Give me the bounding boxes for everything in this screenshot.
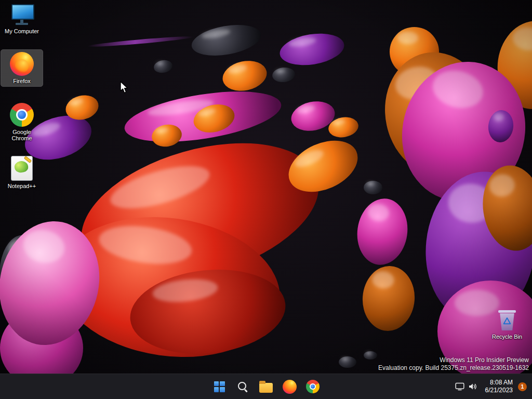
wallpaper-blob [361, 264, 417, 333]
wallpaper-blob [277, 30, 347, 70]
desktop-icon-firefox[interactable]: Firefox [1, 50, 43, 86]
wallpaper [0, 0, 532, 399]
chrome-icon-ring [16, 109, 28, 121]
file-explorer-button[interactable] [256, 376, 276, 397]
start-square [220, 387, 225, 392]
desktop-icon-my-computer[interactable]: My Computer [1, 2, 43, 36]
speaker-icon [468, 382, 477, 391]
wallpaper-blob [220, 57, 270, 95]
desktop-icon-label: Notepad++ [8, 183, 36, 189]
wallpaper-blob [364, 351, 377, 360]
windows-start-icon [214, 381, 225, 392]
chrome-icon [10, 103, 34, 127]
taskbar: 8:08 AM 6/21/2023 1 [0, 374, 532, 399]
wallpaper-blob [189, 20, 263, 61]
notepadpp-icon [11, 156, 33, 181]
wallpaper-blob [153, 59, 174, 74]
watermark-line1: Windows 11 Pro Insider Preview [378, 356, 529, 364]
wallpaper-blob [353, 195, 412, 268]
chrome-icon [306, 380, 320, 393]
tray-status-area[interactable] [451, 377, 481, 396]
desktop-icon-google-chrome[interactable]: Google Chrome [1, 101, 43, 143]
start-square [214, 381, 219, 387]
desktop-icon-label: Google Chrome [3, 129, 41, 141]
computer-screen [11, 4, 34, 20]
clock[interactable]: 8:08 AM 6/21/2023 [481, 379, 517, 394]
taskbar-firefox-button[interactable] [279, 376, 300, 397]
chrome-icon-center [18, 111, 26, 119]
desktop-icon-recycle-bin[interactable]: Recycle Bin [487, 308, 527, 340]
start-square [214, 387, 219, 392]
recycle-bin-icon [497, 308, 517, 331]
taskbar-center-group [209, 376, 323, 397]
chrome-icon-center [311, 384, 315, 389]
desktop-icon-label: My Computer [5, 28, 39, 34]
chrome-icon-ring [310, 383, 316, 390]
computer-base [16, 23, 28, 25]
recycle-bin-lid [498, 310, 516, 313]
desktop-icon-label: Firefox [13, 78, 31, 84]
start-square [220, 381, 225, 387]
search-button[interactable] [232, 376, 253, 397]
system-tray: 8:08 AM 6/21/2023 1 [451, 374, 530, 399]
wallpaper-blob [272, 66, 296, 83]
wallpaper-blob [339, 356, 356, 368]
clock-date: 6/21/2023 [485, 387, 513, 394]
desktop-icon-label: Recycle Bin [492, 334, 522, 340]
display-icon [455, 382, 464, 391]
watermark-line2: Evaluation copy. Build 25375.zn_release.… [378, 364, 529, 372]
windows-desktop: My Computer Firefox Google Chrome Notepa… [0, 0, 532, 399]
firefox-icon [283, 380, 297, 394]
taskbar-chrome-button[interactable] [302, 376, 323, 397]
start-button[interactable] [209, 376, 230, 397]
computer-icon [10, 4, 34, 26]
clock-time: 8:08 AM [485, 379, 513, 387]
recycle-arrows-icon [502, 316, 512, 326]
wallpaper-blob [87, 35, 194, 48]
wallpaper-blob [364, 181, 382, 194]
evaluation-watermark: Windows 11 Pro Insider Preview Evaluatio… [378, 356, 529, 372]
search-icon [237, 381, 248, 392]
firefox-icon [10, 52, 34, 76]
desktop-icon-notepadpp[interactable]: Notepad++ [1, 154, 43, 191]
notification-badge[interactable]: 1 [518, 382, 527, 391]
folder-icon [259, 383, 273, 393]
